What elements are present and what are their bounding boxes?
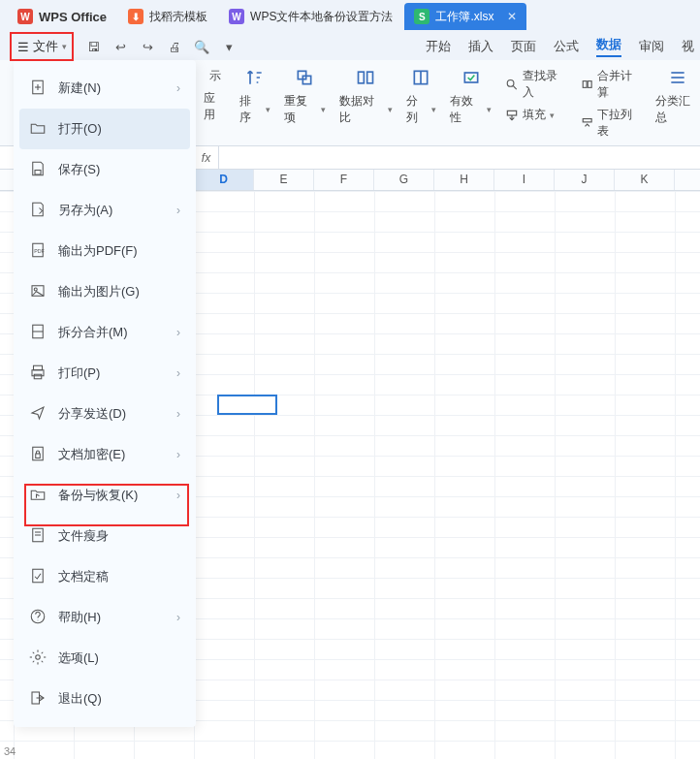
tab-label: 工作簿.xlsx (435, 9, 493, 25)
dropdown-list-icon (581, 116, 593, 130)
ribbon-compare[interactable]: 数据对比▾ (339, 68, 393, 126)
find-input-label: 查找录入 (523, 68, 567, 101)
file-menu-label: 新建(N) (58, 79, 101, 97)
fill-button[interactable]: 填充▾ (505, 107, 566, 123)
category-icon (668, 68, 687, 87)
ribbon-category-label: 分类汇总 (655, 93, 700, 126)
column-header[interactable]: G (374, 170, 434, 190)
tab-view[interactable]: 视 (682, 38, 694, 55)
close-icon[interactable]: ✕ (507, 10, 517, 23)
dropdown-list-label: 下拉列表 (597, 107, 642, 140)
svg-text:PDF: PDF (34, 248, 45, 254)
file-menu-print[interactable]: 打印(P)› (19, 353, 190, 394)
svg-rect-6 (464, 73, 477, 82)
fill-icon (505, 109, 519, 122)
redo-icon[interactable]: ↪ (139, 38, 156, 55)
dropdown-list-button[interactable]: 下拉列表 (581, 107, 642, 140)
file-menu-pdf[interactable]: PDF输出为PDF(F) (19, 231, 190, 271)
undo-icon[interactable]: ↩ (111, 38, 129, 55)
pdf-icon: PDF (29, 241, 47, 262)
svg-line-8 (514, 86, 517, 89)
tab-label: WPS文件本地备份设置方法 (250, 9, 393, 25)
column-header[interactable]: D (194, 170, 254, 190)
chevron-right-icon: › (176, 407, 180, 421)
file-menu-final[interactable]: 文档定稿 (19, 556, 190, 597)
print-icon (29, 364, 47, 384)
chevron-right-icon: › (176, 448, 180, 461)
chevron-right-icon: › (176, 366, 180, 380)
split-icon (29, 323, 47, 343)
column-header[interactable]: F (314, 170, 374, 190)
find-input-button[interactable]: 查找录入 (505, 68, 566, 101)
backup-icon (29, 486, 47, 506)
ribbon-split[interactable]: 分列▾ (406, 68, 437, 126)
file-menu-label: 打开(O) (58, 120, 102, 138)
column-header[interactable]: I (494, 170, 555, 190)
file-menu-label: 另存为(A) (58, 202, 112, 219)
svg-point-24 (34, 288, 37, 291)
tab-insert[interactable]: 插入 (468, 38, 493, 55)
formula-input[interactable] (219, 146, 700, 169)
file-menu-backup[interactable]: 备份与恢复(K)› (19, 475, 190, 516)
column-header[interactable]: J (555, 170, 615, 190)
tab-data[interactable]: 数据 (596, 36, 621, 57)
file-menu-label: 文档定稿 (58, 568, 109, 585)
file-menu-exit[interactable]: 退出(Q) (19, 679, 190, 719)
file-menu-save[interactable]: 保存(S) (19, 149, 190, 190)
tab-doc-backup-help[interactable]: W WPS文件本地备份设置方法 (219, 3, 402, 30)
print-icon[interactable]: 🖨 (166, 38, 183, 55)
ribbon-dedupe[interactable]: 重复项▾ (284, 68, 326, 126)
svg-rect-2 (359, 72, 365, 83)
column-header[interactable]: E (254, 170, 314, 190)
spreadsheet-icon: S (414, 9, 430, 24)
ribbon-validity[interactable]: 有效性▾ (450, 68, 492, 126)
file-menu-help[interactable]: 帮助(H)› (19, 597, 190, 638)
file-button[interactable]: ☰ 文件 ▾ (10, 35, 75, 58)
chevron-right-icon: › (176, 326, 180, 339)
column-header[interactable]: K (615, 170, 675, 190)
file-menu-open[interactable]: 打开(O) (19, 109, 190, 149)
ribbon-split-label: 分列 (406, 93, 429, 126)
ribbon-find-fill: 查找录入 填充▾ (505, 68, 566, 123)
file-menu-new[interactable]: 新建(N)› (19, 68, 190, 109)
ribbon-category[interactable]: 分类汇总 (655, 68, 700, 126)
save-icon (29, 160, 47, 180)
share-icon (29, 404, 47, 425)
merge-calc-button[interactable]: 合并计算 (581, 68, 642, 101)
window-tab-bar: W WPS Office ⬇ 找稻壳模板 W WPS文件本地备份设置方法 S 工… (0, 0, 700, 33)
new-icon (29, 79, 47, 99)
file-menu-slim[interactable]: 文件瘦身 (19, 516, 190, 556)
tab-workbook[interactable]: S 工作簿.xlsx ✕ (404, 3, 526, 30)
ribbon-sort[interactable]: 排序▾ (239, 68, 270, 126)
file-menu-label: 分享发送(D) (58, 405, 126, 423)
final-icon (29, 567, 47, 587)
file-button-label: 文件 (33, 38, 58, 55)
tab-template[interactable]: ⬇ 找稻壳模板 (118, 3, 217, 30)
tab-start[interactable]: 开始 (426, 38, 451, 55)
file-menu-split[interactable]: 拆分合并(M)› (19, 312, 190, 353)
save-icon[interactable]: 🖫 (84, 38, 102, 55)
column-header[interactable]: H (434, 170, 494, 190)
svg-rect-13 (583, 119, 591, 122)
fx-icon[interactable]: fx (194, 146, 219, 169)
tab-page[interactable]: 页面 (511, 38, 536, 55)
file-menu-share[interactable]: 分享发送(D)› (19, 394, 190, 434)
help-icon (29, 608, 47, 628)
preview-icon[interactable]: 🔍 (193, 38, 210, 55)
merge-icon (581, 78, 593, 91)
file-menu-image[interactable]: 输出为图片(G) (19, 271, 190, 312)
dedupe-icon (295, 68, 314, 87)
ribbon-validity-label: 有效性 (450, 93, 483, 126)
file-menu-encrypt[interactable]: 文档加密(E)› (19, 434, 190, 475)
office-home-tab[interactable]: W WPS Office (8, 3, 116, 30)
row-number: 34 (0, 745, 16, 757)
more-icon[interactable]: ▾ (220, 38, 238, 55)
ribbon-merge-dropdown: 合并计算 下拉列表 (581, 68, 642, 140)
file-menu-saveas[interactable]: 另存为(A)› (19, 190, 190, 231)
tab-review[interactable]: 审阅 (639, 38, 664, 55)
tab-formula[interactable]: 公式 (554, 38, 579, 55)
ribbon-tabs: 开始 插入 页面 公式 数据 审阅 视 (426, 33, 700, 60)
active-cell[interactable] (217, 395, 277, 415)
file-menu-options[interactable]: 选项(L) (19, 638, 190, 679)
file-menu-label: 拆分合并(M) (58, 324, 128, 341)
